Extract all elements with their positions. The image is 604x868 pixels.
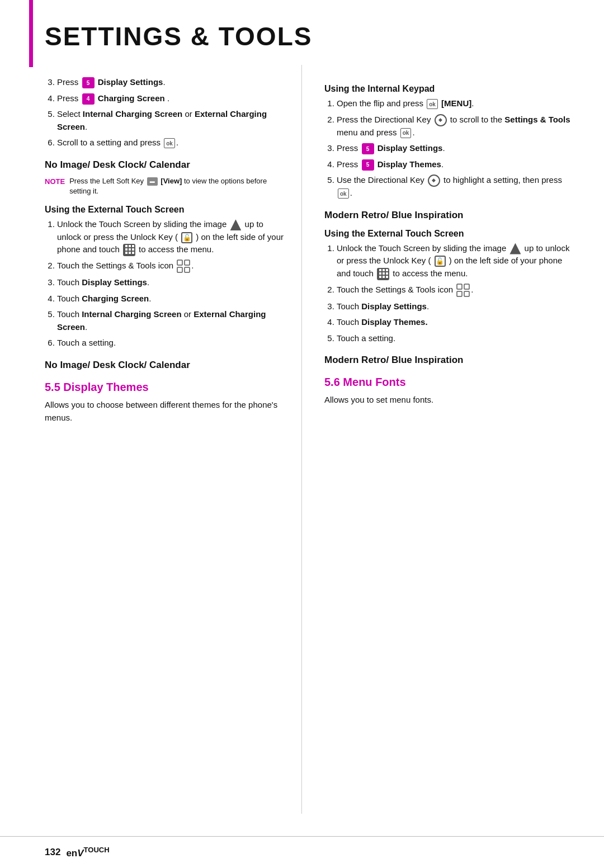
accent-bar (29, 0, 33, 67)
dir-key-icon (435, 114, 447, 126)
label-internal-charging-5: Internal Charging Screen (82, 309, 181, 319)
list-item: Press 5 Display Themes. (337, 158, 570, 171)
list-item: Select Internal Charging Screen or Exter… (57, 108, 285, 133)
list-item: Press the Directional Key to scroll to t… (337, 114, 570, 139)
label-charging-screen-4: Charging Screen (82, 294, 149, 303)
int-keypad-steps: Open the flip and press ok [MENU]. Press… (324, 97, 570, 200)
tools-settings-icon-r (456, 284, 470, 297)
section-56-title: 5.6 Menu Fonts (324, 376, 570, 389)
label-internal-charging: Internal Charging Screen (83, 109, 182, 119)
label-display-themes-r2: Display Themes. (361, 317, 427, 327)
svg-rect-1 (185, 260, 190, 265)
subheading-retro-1: Modern Retro/ Blue Inspiration (324, 210, 570, 221)
list-item: Touch Display Themes. (337, 316, 570, 329)
list-item: Scroll to a setting and press ok. (57, 136, 285, 149)
label-display-settings-3: Display Settings (82, 277, 147, 287)
section-56-text: Allows you to set menu fonts. (324, 393, 570, 406)
header: SETTINGS & TOOLS (0, 0, 604, 65)
ok-key-icon: ok (164, 138, 175, 148)
page: SETTINGS & TOOLS Press 5 Display Setting… (0, 0, 604, 868)
tools-settings-icon (177, 260, 190, 273)
ok-icon-1: ok (427, 99, 438, 109)
label-display-settings-r: Display Settings (378, 143, 443, 153)
svg-rect-2 (177, 267, 182, 272)
badge-5-r: 5 (362, 143, 374, 154)
dir-key-icon-2 (428, 174, 440, 187)
list-item: Unlock the Touch Screen by sliding the i… (57, 218, 285, 256)
soft-key-icon: ▬ (147, 177, 158, 186)
footer-page-number: 132 (45, 847, 60, 858)
list-item: Touch Charging Screen. (57, 293, 285, 305)
svg-rect-7 (464, 291, 469, 296)
ext-touch-steps-right: Unlock the Touch Screen by sliding the i… (324, 242, 570, 345)
page-title: SETTINGS & TOOLS (45, 21, 570, 51)
steps-3-6: Press 5 Display Settings. Press 4 Chargi… (45, 76, 285, 149)
subheading-no-image-2: No Image/ Desk Clock/ Calendar (45, 360, 285, 371)
brand-v: V (77, 848, 83, 858)
list-item: Touch Internal Charging Screen or Extern… (57, 308, 285, 333)
list-item: Touch the Settings & Tools icon . (337, 284, 570, 297)
right-column: Using the Internal Keypad Open the flip … (302, 65, 604, 814)
label-charging-screen: Charging Screen (98, 93, 165, 103)
settings-grid-icon-r (377, 268, 389, 280)
ok-icon-2: ok (400, 128, 412, 138)
ok-icon-3: ok (338, 188, 349, 199)
svg-rect-0 (177, 260, 182, 265)
list-item: Touch Display Settings. (337, 300, 570, 313)
badge-5-r2: 5 (362, 159, 374, 171)
svg-rect-6 (457, 291, 462, 296)
int-keypad-heading: Using the Internal Keypad (324, 84, 570, 94)
unlock-key-icon (181, 232, 192, 243)
settings-grid-icon (123, 244, 135, 256)
subheading-no-image-1: No Image/ Desk Clock/ Calendar (45, 159, 285, 171)
arrow-up-icon-r (509, 243, 521, 254)
list-item: Touch Display Settings. (57, 276, 285, 289)
brand-en: en (66, 848, 77, 858)
note-label: NOTE (45, 177, 65, 187)
left-column: Press 5 Display Settings. Press 4 Chargi… (0, 65, 302, 814)
ext-touch-heading-left: Using the External Touch Screen (45, 205, 285, 215)
list-item: Touch a setting. (57, 337, 285, 350)
label-display-settings: Display Settings (98, 77, 163, 87)
unlock-key-icon-r (435, 256, 446, 267)
subheading-retro-2: Modern Retro/ Blue Inspiration (324, 355, 570, 366)
list-item: Press 4 Charging Screen . (57, 92, 285, 105)
svg-rect-3 (185, 267, 190, 272)
list-item: Touch the Settings & Tools icon . (57, 260, 285, 273)
note-box: NOTE Press the Left Soft Key ▬ [View] to… (45, 176, 285, 197)
label-settings-tools: Settings & Tools (504, 115, 570, 124)
list-item: Use the Directional Key to highlight a s… (337, 174, 570, 200)
note-text: Press the Left Soft Key ▬ [View] to view… (69, 176, 285, 197)
section-55-text: Allows you to choose between different t… (45, 398, 285, 424)
ext-touch-heading-right: Using the External Touch Screen (324, 229, 570, 239)
svg-rect-4 (457, 284, 462, 289)
arrow-up-icon (230, 219, 241, 230)
badge-4: 4 (82, 93, 95, 105)
footer: 132 enVTOUCH (0, 836, 604, 868)
ext-touch-steps-left: Unlock the Touch Screen by sliding the i… (45, 218, 285, 350)
label-display-settings-r2: Display Settings (361, 301, 427, 311)
list-item: Touch a setting. (337, 332, 570, 345)
brand-touch: TOUCH (84, 846, 110, 854)
footer-brand: enVTOUCH (66, 846, 109, 859)
section-55-title: 5.5 Display Themes (45, 381, 285, 394)
content-area: Press 5 Display Settings. Press 4 Chargi… (0, 65, 604, 836)
svg-rect-5 (464, 284, 469, 289)
badge-5: 5 (82, 77, 95, 88)
list-item: Press 5 Display Settings. (57, 76, 285, 89)
list-item: Press 5 Display Settings. (337, 142, 570, 155)
list-item: Open the flip and press ok [MENU]. (337, 97, 570, 110)
list-item: Unlock the Touch Screen by sliding the i… (337, 242, 570, 280)
label-display-themes-r: Display Themes (378, 159, 441, 169)
